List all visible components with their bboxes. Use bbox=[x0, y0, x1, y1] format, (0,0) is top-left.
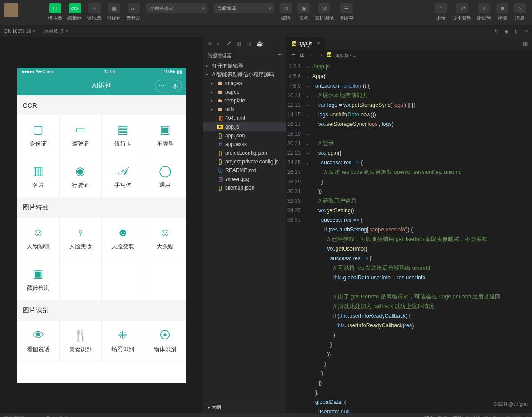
page-value: pages/index/index bbox=[34, 415, 72, 417]
eol[interactable]: LF bbox=[494, 415, 499, 417]
tree-README.md[interactable]: ⓘREADME.md bbox=[203, 166, 286, 175]
detail-button[interactable]: ≡详情 bbox=[495, 3, 510, 21]
tree-app.wxss[interactable]: #app.wxss bbox=[203, 140, 286, 149]
message-button[interactable]: △消息 bbox=[512, 3, 528, 21]
tree-project.config.json[interactable]: {}project.config.json bbox=[203, 149, 286, 157]
preview-button[interactable]: ◉预览 bbox=[296, 3, 311, 21]
tree-screen.jpg[interactable]: ▨screen.jpg bbox=[203, 175, 286, 183]
cell-人脸变装[interactable]: ☻人脸变装 bbox=[102, 218, 144, 259]
tree-template[interactable]: ▸🖿template bbox=[203, 96, 286, 105]
code-editor[interactable]: 1 2 3 4 5 6 7 8 9 10 11 12 13 14 15 16 1… bbox=[287, 60, 532, 413]
compile-button[interactable]: ↻编译 bbox=[278, 3, 294, 21]
more-icon[interactable]: ⋯ bbox=[277, 52, 282, 59]
section-rec: 图片识别 bbox=[17, 300, 186, 321]
cut-icon[interactable]: ✂ bbox=[524, 28, 528, 34]
simulator-button[interactable]: □模拟器 bbox=[46, 3, 64, 21]
cell-通用[interactable]: ◯通用 bbox=[144, 156, 186, 197]
record-icon[interactable]: ◉ bbox=[505, 28, 509, 34]
cursor-pos[interactable]: 行 1，列 1 bbox=[424, 415, 447, 417]
cell-驾驶证[interactable]: ▭驾驶证 bbox=[60, 115, 101, 156]
remote-button[interactable]: ⚙真机调试 bbox=[313, 3, 336, 21]
section-ocr: OCR bbox=[17, 95, 186, 115]
section-fx: 图片特效 bbox=[17, 197, 186, 218]
cell-身份证[interactable]: ▢身份证 bbox=[17, 115, 59, 156]
cell-手写体[interactable]: 𝒜手写体 bbox=[102, 156, 144, 197]
test-button[interactable]: ↗测试号 bbox=[475, 3, 493, 21]
breadcrumb: ☰ 🕮 ← → JS app.js › ... bbox=[287, 50, 532, 60]
cell-美食识别[interactable]: 🍴美食识别 bbox=[60, 321, 101, 362]
tree-images[interactable]: ▸🖿images bbox=[203, 79, 286, 88]
mode-select[interactable]: 小程序模式 bbox=[146, 3, 207, 13]
tree-utils[interactable]: ▸🖿utils bbox=[203, 105, 286, 114]
encoding[interactable]: UTF-8 bbox=[474, 415, 488, 417]
explorer-title: 资源管理器 bbox=[208, 52, 232, 59]
tree-打开的编辑器[interactable]: ▸打开的编辑器 bbox=[203, 61, 286, 70]
cell-银行卡[interactable]: ▤银行卡 bbox=[102, 115, 144, 156]
editor-panel: JSapp.js× ▥ ☰ 🕮 ← → JS app.js › ... 1 2 … bbox=[287, 37, 532, 413]
language[interactable]: JavaScript bbox=[505, 415, 528, 417]
files-icon[interactable]: ⧉ bbox=[208, 41, 212, 47]
tree-app.json[interactable]: {}app.json bbox=[203, 131, 286, 140]
avatar[interactable] bbox=[4, 3, 18, 17]
menu-icon: ⋯ bbox=[155, 80, 168, 92]
explorer-panel: ⧉ ⌕ ⎇ ▦ ▤ ☕ 资源管理器⋯ ▸打开的编辑器▾AI智能识别微信小程序源码… bbox=[203, 37, 287, 413]
cell-人物滤镜[interactable]: ☺人物滤镜 bbox=[17, 218, 59, 259]
phone-frame: ●●●●● WeChatᯤ 17:00 100%▮▮ AI识别 ⋯◎ OCR ▢… bbox=[17, 68, 186, 383]
tree-sitemap.json[interactable]: {}sitemap.json bbox=[203, 183, 286, 192]
top-toolbar: □模拟器 </>编辑器 ⟐调试器 ▦可视化 ∞云开发 小程序模式 普通编译 ↻编… bbox=[0, 0, 532, 25]
upload-button[interactable]: ↥上传 bbox=[433, 3, 449, 21]
cell-看图说话[interactable]: 👁看图说话 bbox=[17, 321, 59, 362]
phone-statusbar: ●●●●● WeChatᯤ 17:00 100%▮▮ bbox=[17, 68, 186, 76]
page-title: AI识别 bbox=[92, 81, 111, 90]
cup-icon[interactable]: ☕ bbox=[256, 41, 263, 47]
tree-app.js[interactable]: JSapp.js bbox=[203, 122, 286, 131]
db-icon[interactable]: ▤ bbox=[246, 41, 251, 47]
device-select[interactable]: DK 100% 16 ▾ bbox=[4, 28, 35, 34]
tab-app-js[interactable]: JSapp.js× bbox=[287, 37, 325, 50]
branch-icon[interactable]: ⎇ bbox=[225, 41, 231, 47]
hotreload-toggle[interactable]: 热重载 开 ▾ bbox=[44, 28, 68, 34]
search-icon[interactable]: ⌕ bbox=[217, 41, 220, 47]
cell-车牌号[interactable]: ▣车牌号 bbox=[144, 115, 186, 156]
cell-人脸美妆[interactable]: ♀人脸美妆 bbox=[60, 218, 101, 259]
cloud-button[interactable]: ∞云开发 bbox=[125, 3, 142, 21]
tree-project.private.config.js...[interactable]: {}project.private.config.js... bbox=[203, 157, 286, 166]
compile-select[interactable]: 普通编译 bbox=[213, 3, 274, 13]
page-path[interactable]: 页面路径 ▾ bbox=[4, 415, 27, 417]
debugger-button[interactable]: ⟐调试器 bbox=[85, 3, 103, 21]
watermark: CSDN @sdfgne bbox=[494, 401, 528, 407]
sub-toolbar: DK 100% 16 ▾ 热重载 开 ▾ ↻ ◉ ▯ ✂ bbox=[0, 25, 532, 37]
editor-button[interactable]: </>编辑器 bbox=[66, 3, 84, 21]
close-icon: ◎ bbox=[168, 80, 182, 92]
device-icon[interactable]: ▯ bbox=[515, 28, 518, 34]
ext-icon[interactable]: ▦ bbox=[236, 41, 241, 47]
visualize-button[interactable]: ▦可视化 bbox=[105, 3, 123, 21]
close-icon[interactable]: × bbox=[317, 41, 320, 47]
cell-行驶证[interactable]: ◉行驶证 bbox=[60, 156, 101, 197]
phone-navbar: AI识别 ⋯◎ bbox=[17, 76, 186, 95]
tree-pages[interactable]: ▸🖿pages bbox=[203, 88, 286, 96]
list-icon[interactable]: ☰ bbox=[291, 52, 296, 58]
clear-button[interactable]: ☰清缓存 bbox=[337, 3, 355, 21]
outline-header[interactable]: ▸ 大纲 bbox=[203, 401, 286, 413]
cell-场景识别[interactable]: ⁜场景识别 bbox=[102, 321, 144, 362]
tree-404.html[interactable]: ◧404.html bbox=[203, 114, 286, 122]
cell-物体识别[interactable]: ⦿物体识别 bbox=[144, 321, 186, 362]
refresh-icon[interactable]: ↻ bbox=[495, 28, 498, 34]
back-icon[interactable]: ← bbox=[309, 52, 314, 58]
cell-名片[interactable]: ▥名片 bbox=[17, 156, 59, 197]
cell-大头贴[interactable]: ☺大头贴 bbox=[144, 218, 186, 259]
version-button[interactable]: ⎇版本管理 bbox=[451, 3, 473, 21]
status-bar: 页面路径 ▾ pages/index/index 行 1，列 1 空格: 4 U… bbox=[0, 413, 532, 417]
split-icon[interactable]: ▥ bbox=[519, 41, 532, 47]
simulator-panel: ●●●●● WeChatᯤ 17:00 100%▮▮ AI识别 ⋯◎ OCR ▢… bbox=[0, 37, 203, 413]
capsule[interactable]: ⋯◎ bbox=[155, 80, 182, 92]
cell-颜龄检测[interactable]: ▣颜龄检测 bbox=[17, 259, 59, 300]
editor-tabs: JSapp.js× ▥ bbox=[287, 37, 532, 50]
forward-icon[interactable]: → bbox=[318, 52, 323, 58]
explorer-icons: ⧉ ⌕ ⎇ ▦ ▤ ☕ bbox=[203, 37, 286, 50]
bookmark-icon[interactable]: 🕮 bbox=[300, 52, 305, 58]
indent[interactable]: 空格: 4 bbox=[453, 415, 468, 417]
tree-AI智能识别微信小程序源码[interactable]: ▾AI智能识别微信小程序源码 bbox=[203, 70, 286, 79]
